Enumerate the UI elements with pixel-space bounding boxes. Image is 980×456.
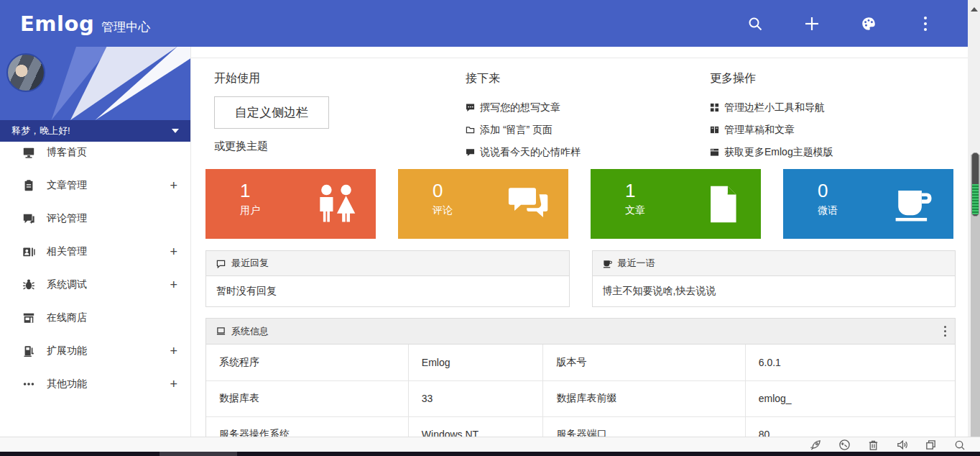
expand-plus-icon[interactable]: + xyxy=(170,377,177,392)
trash-icon[interactable] xyxy=(866,438,879,451)
main-content: 开始使用 自定义侧边栏 或更换主题 接下来 撰写您的想写文章 添加 “留言” 页… xyxy=(190,47,968,437)
panel-title: 最近回复 xyxy=(231,257,269,270)
emlog-logo: Emlog xyxy=(20,12,94,36)
chevron-down-icon xyxy=(172,129,179,133)
customize-sidebar-button[interactable]: 自定义侧边栏 xyxy=(214,96,329,129)
compass-plus-icon[interactable] xyxy=(838,438,851,451)
sidebar-item-label: 在线商店 xyxy=(47,311,87,324)
write-icon xyxy=(466,103,475,112)
palette-icon[interactable] xyxy=(861,16,877,32)
expand-plus-icon[interactable]: + xyxy=(170,178,177,193)
windows-overlap-icon[interactable] xyxy=(924,438,937,451)
expand-plus-icon[interactable]: + xyxy=(170,344,177,359)
sidebar-item-label: 相关管理 xyxy=(47,245,87,258)
taskbar-segment xyxy=(160,452,237,456)
rocket-icon[interactable] xyxy=(809,438,822,451)
cup-icon xyxy=(603,259,612,268)
info-value: 33 xyxy=(408,380,543,416)
sidebar-item-articles[interactable]: 文章管理 + xyxy=(0,169,190,202)
laptop-icon xyxy=(216,327,226,336)
folder-icon xyxy=(466,125,475,134)
stat-cards: 1 用户 0 评论 1 文章 0 微语 xyxy=(205,169,953,239)
summary-panels: 最近回复 暂时没有回复 最近一语 博主不知要说啥,快去说说 xyxy=(205,250,956,307)
browser-icon xyxy=(710,147,719,157)
write-post-link[interactable]: 撰写您的想写文章 xyxy=(466,96,710,119)
header-actions xyxy=(747,16,933,32)
article-icon xyxy=(22,179,36,192)
get-themes-link[interactable]: 获取更多Emlog主题模版 xyxy=(710,141,968,163)
brand: Emlog 管理中心 xyxy=(20,12,150,36)
file-icon xyxy=(703,183,742,226)
comments-icon xyxy=(508,183,550,224)
panel-title: 最近一语 xyxy=(618,257,655,270)
system-info-title: 系统信息 xyxy=(231,325,269,338)
info-label: 数据库表 xyxy=(206,380,408,416)
info-label: 数据库表前缀 xyxy=(543,380,745,416)
sidebar-item-other[interactable]: 其他功能 + xyxy=(0,368,190,401)
store-icon xyxy=(22,311,36,324)
write-twitter-link[interactable]: 说说看今天的心情咋样 xyxy=(466,141,710,163)
system-info-panel: 系统信息 系统程序 Emlog 版本号 6.0.1 数据库表 33 数据库表前缀… xyxy=(205,318,956,452)
scrollbar[interactable] xyxy=(968,0,980,452)
sidebar-item-debug[interactable]: 系统调试 + xyxy=(0,268,190,301)
welcome-start-col: 开始使用 自定义侧边栏 或更换主题 xyxy=(214,71,466,163)
welcome-more-col: 更多操作 管理边栏小工具和导航 管理草稿和文章 获取更多Emlog主题模版 xyxy=(710,71,968,163)
sidebar-item-label: 评论管理 xyxy=(47,212,87,225)
sidebar-item-label: 系统调试 xyxy=(47,278,87,291)
scroll-up-arrow-icon[interactable] xyxy=(971,7,978,12)
change-theme-link[interactable]: 或更换主题 xyxy=(214,140,466,153)
expand-plus-icon[interactable]: + xyxy=(170,245,177,260)
panel-header: 最近一语 xyxy=(593,251,956,276)
table-row: 数据库表 33 数据库表前缀 emlog_ xyxy=(206,380,955,416)
sidebar-item-label: 文章管理 xyxy=(47,179,87,192)
panel-options-icon[interactable] xyxy=(944,326,946,337)
info-label: 版本号 xyxy=(543,345,745,380)
chat-icon xyxy=(466,147,475,157)
book-icon xyxy=(710,125,719,134)
panel-body: 博主不知要说啥,快去说说 xyxy=(593,276,956,306)
manage-widgets-link[interactable]: 管理边栏小工具和导航 xyxy=(710,96,968,119)
add-icon[interactable] xyxy=(804,16,820,32)
stat-card-comments[interactable]: 0 评论 xyxy=(398,169,568,239)
recent-twitter-panel: 最近一语 博主不知要说啥,快去说说 xyxy=(592,250,956,307)
sidebar: 释梦，晚上好! 博客首页 文章管理 + 评论管理 相关管理 xyxy=(0,47,190,437)
scrollbar-thumb[interactable] xyxy=(971,152,979,216)
scrollbar-thumb-stripes xyxy=(972,184,979,214)
start-title: 开始使用 xyxy=(214,71,466,86)
stat-card-posts[interactable]: 1 文章 xyxy=(591,169,761,239)
widgets-grid-icon xyxy=(710,103,719,112)
panel-header: 最近回复 xyxy=(206,251,569,276)
sidebar-item-label: 扩展功能 xyxy=(47,345,87,357)
manage-drafts-link[interactable]: 管理草稿和文章 xyxy=(710,119,968,141)
sidebar-item-comments[interactable]: 评论管理 xyxy=(0,202,190,235)
plugin-pump-icon xyxy=(22,345,36,357)
profile-card xyxy=(0,47,190,120)
stat-card-users[interactable]: 1 用户 xyxy=(205,169,376,239)
search-icon[interactable] xyxy=(747,16,763,32)
sidebar-item-blog-home[interactable]: 博客首页 xyxy=(0,136,190,169)
expand-plus-icon[interactable]: + xyxy=(170,278,177,293)
welcome-next-col: 接下来 撰写您的想写文章 添加 “留言” 页面 说说看今天的心情咋样 xyxy=(466,71,710,163)
sidebar-item-store[interactable]: 在线商店 xyxy=(0,301,190,334)
next-title: 接下来 xyxy=(466,71,710,86)
related-icon xyxy=(22,245,36,258)
users-icon xyxy=(315,183,357,226)
kebab-menu-icon[interactable] xyxy=(917,16,933,32)
panel-body: 暂时没有回复 xyxy=(206,276,569,306)
cup-icon xyxy=(893,183,935,224)
sidebar-item-related[interactable]: 相关管理 + xyxy=(0,235,190,268)
info-label: 系统程序 xyxy=(206,345,408,380)
welcome-section: 开始使用 自定义侧边栏 或更换主题 接下来 撰写您的想写文章 添加 “留言” 页… xyxy=(190,58,968,163)
sidebar-item-plugins[interactable]: 扩展功能 + xyxy=(0,334,190,368)
comment-icon xyxy=(22,212,36,225)
speaker-icon[interactable] xyxy=(895,438,908,451)
info-value: Emlog xyxy=(408,345,543,380)
debug-bug-icon xyxy=(22,278,36,291)
add-page-link[interactable]: 添加 “留言” 页面 xyxy=(466,119,710,141)
page-search-icon[interactable] xyxy=(953,438,966,451)
sidebar-item-label: 其他功能 xyxy=(47,378,87,391)
stat-card-twitter[interactable]: 0 微语 xyxy=(783,169,953,239)
info-value: emlog_ xyxy=(745,380,955,416)
info-value: 6.0.1 xyxy=(745,345,955,380)
avatar[interactable] xyxy=(6,53,45,92)
